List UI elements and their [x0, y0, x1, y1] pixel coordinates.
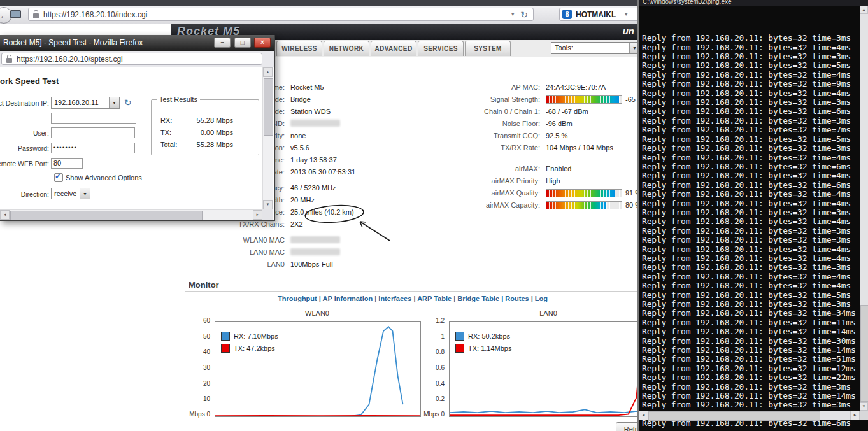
scrollbar-thumb[interactable] — [264, 78, 273, 136]
ping-line: Reply from 192.168.20.11: bytes=32 time=… — [642, 190, 860, 199]
ping-line: Reply from 192.168.20.11: bytes=32 time=… — [642, 181, 860, 190]
legend-label: RX: 7.10Mbps — [234, 332, 278, 340]
scroll-right-icon[interactable]: ► — [850, 411, 860, 420]
legend-swatch — [455, 344, 464, 353]
ping-line: Reply from 192.168.20.11: bytes=32 time=… — [642, 272, 860, 281]
result-value: 55.28 Mbps — [183, 117, 233, 124]
destination-ip-label: ct Destination IP: — [0, 99, 49, 107]
status-row: WLAN0 MAC — [172, 236, 509, 248]
wlan0-legend: RX: 7.10Mbps TX: 47.2kbps — [221, 330, 278, 354]
ping-line: Reply from 192.168.20.11: bytes=32 time=… — [642, 281, 860, 290]
url-dropdown-icon[interactable]: ▼ — [506, 11, 519, 17]
ping-line: Reply from 192.168.20.11: bytes=32 time=… — [642, 89, 860, 98]
lock-icon — [33, 13, 39, 18]
nav-tab[interactable]: NETWORK — [324, 41, 369, 56]
status-value: High — [546, 176, 560, 185]
monitor-links: Throughput AP Information Interfaces ARP… — [185, 295, 641, 302]
scroll-left-icon[interactable]: ◄ — [0, 210, 10, 220]
popup-vertical-scrollbar[interactable]: ▲ ▼ — [262, 67, 273, 209]
status-value: 104 Mbps / 104 Mbps — [546, 143, 613, 152]
cmd-titlebar[interactable]: C:\Windows\system32\ping.exe — [639, 0, 868, 6]
popup-url-bar[interactable]: https://192.168.20.10/sptest.cgi — [1, 53, 262, 65]
browser-navbar: ← https://192.168.20.10/index.cgi ▼ ↻ 8 … — [0, 6, 642, 24]
status-value: 2013-05-30 07:53:31 — [290, 167, 355, 176]
speedtest-heading: ork Speed Test — [0, 76, 59, 86]
ping-line: Reply from 192.168.20.11: bytes=32 time=… — [642, 107, 860, 116]
cmd-vertical-scrollbar[interactable]: ▲ ▼ — [860, 6, 868, 411]
y-tick-label: 0.8 — [419, 348, 445, 364]
monitor-link[interactable]: AP Information — [319, 295, 373, 302]
nav-tab[interactable]: ADVANCED — [371, 41, 416, 56]
scroll-left-icon[interactable]: ◄ — [639, 411, 648, 420]
refresh-list-icon[interactable]: ↻ — [124, 97, 132, 108]
ping-line: Reply from 192.168.20.11: bytes=32 time=… — [642, 199, 860, 208]
monitor-link[interactable]: ARP Table — [413, 295, 452, 302]
wlan0-zero-label: Mbps 0 — [171, 411, 210, 418]
status-value: 20 MHz — [290, 195, 315, 204]
status-value: 2X2 — [290, 220, 303, 229]
url-bar[interactable]: https://192.168.20.10/index.cgi ▼ ↻ — [28, 8, 534, 21]
ping-line: Reply from 192.168.20.11: bytes=32 time=… — [642, 309, 860, 318]
status-value: 24:A4:3C:9E:70:7A — [546, 83, 606, 92]
level-bar — [546, 201, 622, 209]
close-button[interactable]: × — [254, 38, 271, 48]
password-input[interactable]: •••••••• — [51, 143, 135, 153]
tools-select[interactable]: Tools: ▼ — [551, 42, 640, 54]
monitor-link[interactable]: Throughput — [278, 295, 317, 302]
monitor-link[interactable]: Bridge Table — [453, 295, 499, 302]
y-tick-label: 1 — [419, 333, 445, 349]
search-engine-icon[interactable]: 8 — [562, 10, 572, 19]
status-value: -65 — [625, 95, 636, 104]
ping-line: Reply from 192.168.20.11: bytes=32 time=… — [642, 80, 860, 88]
scroll-right-icon[interactable]: ► — [253, 210, 262, 220]
monitor-link[interactable]: Log — [531, 295, 548, 302]
scroll-down-icon[interactable]: ▼ — [860, 402, 868, 411]
cmd-output: Reply from 192.168.20.11: bytes=32 time=… — [642, 6, 860, 428]
y-tick-label: 0.6 — [419, 364, 445, 380]
scrollbar-corner — [262, 209, 273, 220]
scrollbar-thumb[interactable] — [860, 305, 868, 402]
monitor-link[interactable]: Interfaces — [374, 295, 411, 302]
legend-swatch — [221, 332, 230, 341]
web-port-input[interactable]: 80 — [51, 158, 83, 169]
ping-line: Reply from 192.168.20.11: bytes=32 time=… — [642, 318, 860, 327]
nav-tab[interactable]: SYSTEM — [465, 41, 511, 56]
show-advanced-checkbox[interactable]: ✓ — [54, 173, 63, 182]
nav-tab[interactable]: SERVICES — [418, 41, 464, 56]
search-dropdown-icon[interactable]: ▼ — [623, 11, 629, 17]
nav-tab[interactable]: WIRELESS — [276, 41, 322, 56]
reload-icon[interactable]: ↻ — [519, 10, 533, 20]
scrollbar-thumb[interactable] — [10, 211, 203, 220]
minimize-button[interactable]: − — [214, 38, 231, 48]
popup-horizontal-scrollbar[interactable]: ◄ ► — [0, 209, 262, 220]
url-text: https://192.168.20.10/index.cgi — [43, 10, 147, 19]
ping-line: Reply from 192.168.20.11: bytes=32 time=… — [642, 355, 860, 364]
test-results-legend: Test Results — [157, 95, 200, 103]
maximize-button[interactable]: □ — [234, 38, 251, 48]
status-label: Noise Floor: — [408, 119, 540, 128]
scroll-down-icon[interactable]: ▼ — [263, 200, 273, 209]
cmd-horizontal-scrollbar[interactable]: ◄ ► — [639, 411, 860, 420]
status-value: Enabled — [546, 164, 571, 173]
legend-swatch — [221, 344, 230, 353]
secondary-ip-input[interactable] — [51, 113, 136, 124]
status-label: airMAX Quality: — [408, 188, 540, 197]
monitor-rule — [185, 291, 641, 292]
status-value: 1 day 13:58:37 — [290, 155, 337, 164]
ping-line: Reply from 192.168.20.11: bytes=32 time=… — [642, 400, 860, 409]
scrollbar-thumb[interactable] — [648, 411, 820, 421]
status-value: Station WDS — [290, 107, 331, 116]
destination-ip-select[interactable]: 192.168.20.11 ▼ — [51, 97, 120, 109]
search-text: HOTMAIKL — [576, 10, 616, 19]
user-input[interactable] — [51, 127, 135, 138]
popup-titlebar[interactable]: Rocket M5] - Speed Test - Mozilla Firefo… — [0, 35, 274, 51]
legend-row: TX: 47.2kbps — [221, 342, 278, 354]
scroll-up-icon[interactable]: ▲ — [860, 6, 868, 14]
monitor-link[interactable]: Routes — [501, 295, 529, 302]
direction-select[interactable]: receive ▼ — [51, 188, 90, 199]
ping-line: Reply from 192.168.20.11: bytes=32 time=… — [642, 144, 860, 153]
tools-label: Tools: — [555, 44, 573, 52]
legend-row: RX: 7.10Mbps — [221, 330, 278, 342]
ping-line: Reply from 192.168.20.11: bytes=32 time=… — [642, 373, 860, 382]
scroll-up-icon[interactable]: ▲ — [263, 67, 273, 77]
